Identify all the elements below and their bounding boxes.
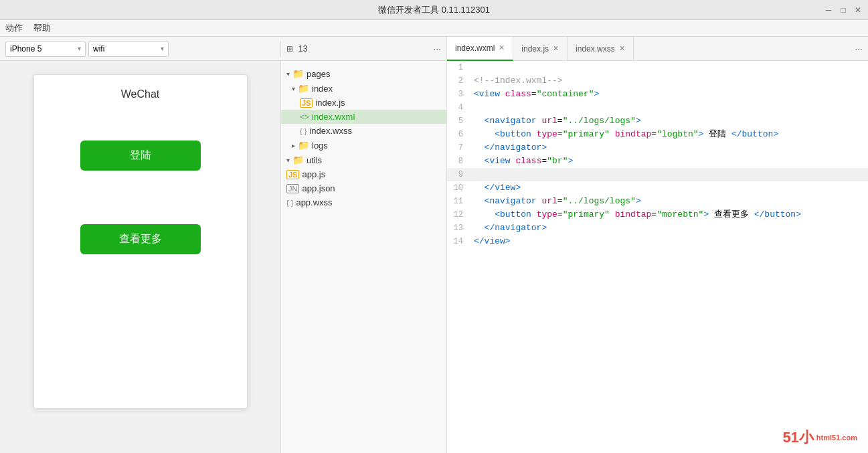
utils-arrow: ▾: [286, 157, 290, 164]
code-line-2: 2 <!--index.wxml-->: [447, 74, 868, 88]
pages-folder-icon: 📁: [292, 68, 304, 79]
tab-wxss-label: index.wxss: [576, 44, 615, 54]
network-arrow: ▾: [161, 45, 164, 52]
phone-header: WeChat: [121, 88, 160, 100]
app-title: 微信开发者工具 0.11.112301: [378, 4, 490, 16]
utils-folder-icon: 📁: [292, 155, 304, 165]
tree-item-app-js[interactable]: JS app.js: [281, 167, 446, 181]
menu-bar: 动作 帮助: [0, 20, 868, 37]
app-json-label: app.json: [302, 183, 335, 193]
code-line-9: 9: [447, 168, 868, 181]
tree-item-utils[interactable]: ▾ 📁 utils: [281, 153, 446, 167]
logs-label: logs: [312, 141, 328, 151]
window-controls: ─ □ ✕: [824, 5, 863, 15]
code-line-14: 14 </view>: [447, 235, 868, 248]
title-bar: 微信开发者工具 0.11.112301 ─ □ ✕: [0, 0, 868, 20]
pages-arrow: ▾: [286, 70, 290, 78]
tab-js-label: index.js: [521, 44, 549, 54]
app-wxss-label: app.wxss: [296, 197, 332, 207]
network-selector[interactable]: wifi ▾: [88, 41, 169, 57]
toolbar-left: iPhone 5 ▾ wifi ▾: [0, 41, 281, 57]
code-line-11: 11 <navigator url="../logs/logs">: [447, 195, 868, 208]
main-content: WeChat 登陆 查看更多 ▾ 📁 pages ▾ 📁 index JS in…: [0, 61, 868, 453]
tree-item-pages[interactable]: ▾ 📁 pages: [281, 66, 446, 81]
tree-item-index-wxml[interactable]: <> index.wxml: [281, 110, 446, 124]
tab-js-close[interactable]: ✕: [553, 44, 559, 53]
index-folder-icon: 📁: [298, 83, 309, 94]
network-value: wifi: [93, 44, 104, 54]
code-area[interactable]: 1 2 <!--index.wxml--> 3 <view class="con…: [447, 61, 868, 453]
more-button[interactable]: 查看更多: [80, 224, 201, 254]
code-line-4: 4: [447, 101, 868, 114]
tree-item-index-folder[interactable]: ▾ 📁 index: [281, 81, 446, 96]
tab-index-wxml[interactable]: index.wxml ✕: [447, 37, 513, 61]
phone-frame: WeChat 登陆 查看更多: [33, 74, 248, 409]
device-selector[interactable]: iPhone 5 ▾: [5, 41, 86, 57]
device-arrow: ▾: [78, 45, 81, 52]
app-js-icon: JS: [286, 170, 299, 179]
tab-wxml-label: index.wxml: [455, 43, 495, 53]
watermark-label: html51.com: [816, 434, 857, 442]
close-button[interactable]: ✕: [853, 5, 863, 15]
logs-folder-icon: 📁: [298, 140, 309, 151]
device-value: iPhone 5: [10, 44, 41, 54]
menu-action[interactable]: 动作: [5, 22, 23, 34]
file-tree-panel: ▾ 📁 pages ▾ 📁 index JS index.js <> index…: [281, 61, 447, 453]
wxss-file-icon: { }: [300, 127, 307, 135]
index-js-label: index.js: [315, 98, 345, 108]
app-js-label: app.js: [302, 169, 325, 179]
toolbar-more-button[interactable]: ···: [433, 43, 441, 54]
code-line-10: 10 </view>: [447, 181, 868, 195]
tree-item-app-json[interactable]: JN app.json: [281, 181, 446, 195]
tab-index-js[interactable]: index.js ✕: [513, 37, 568, 61]
simulator-panel: WeChat 登陆 查看更多: [0, 61, 281, 453]
code-line-6: 6 <button type="primary" bindtap="logbtn…: [447, 128, 868, 141]
tree-item-index-wxss[interactable]: { } index.wxss: [281, 124, 446, 138]
logs-arrow: ▸: [292, 142, 295, 149]
tab-more-button[interactable]: ···: [849, 43, 868, 54]
login-button[interactable]: 登陆: [80, 141, 201, 171]
js-file-icon: JS: [300, 98, 313, 108]
menu-help[interactable]: 帮助: [33, 22, 51, 34]
watermark-logo: 51小: [782, 428, 813, 448]
index-wxss-label: index.wxss: [309, 126, 352, 136]
tab-wxml-close[interactable]: ✕: [499, 43, 505, 52]
compile-icon: ⊞: [286, 44, 293, 54]
code-line-12: 12 <button type="primary" bindtap="moreb…: [447, 208, 868, 221]
tab-index-wxss[interactable]: index.wxss ✕: [568, 37, 634, 61]
watermark: 51小 html51.com: [782, 428, 857, 448]
index-folder-arrow: ▾: [292, 85, 295, 92]
line-count: 13: [298, 44, 307, 54]
toolbar-middle: ⊞ 13 ···: [281, 37, 447, 60]
pages-label: pages: [307, 69, 330, 79]
tree-item-index-js[interactable]: JS index.js: [281, 96, 446, 110]
watermark-text: html51.com: [816, 434, 857, 442]
maximize-button[interactable]: □: [839, 5, 848, 15]
editor-tabs: index.wxml ✕ index.js ✕ index.wxss ✕ ···: [447, 37, 868, 61]
utils-label: utils: [307, 155, 322, 165]
toolbar: iPhone 5 ▾ wifi ▾ ⊞ 13 ··· index.wxml ✕ …: [0, 37, 868, 61]
code-line-1: 1: [447, 61, 868, 74]
code-line-5: 5 <navigator url="../logs/logs">: [447, 114, 868, 128]
tab-wxss-close[interactable]: ✕: [619, 44, 625, 53]
code-line-8: 8 <view class="br">: [447, 155, 868, 168]
app-wxss-icon: { }: [286, 199, 293, 207]
code-editor-panel[interactable]: 1 2 <!--index.wxml--> 3 <view class="con…: [447, 61, 868, 453]
wxml-file-icon: <>: [300, 112, 309, 122]
tree-item-logs[interactable]: ▸ 📁 logs: [281, 138, 446, 153]
tree-item-app-wxss[interactable]: { } app.wxss: [281, 195, 446, 209]
code-line-7: 7 </navigator>: [447, 141, 868, 155]
code-line-13: 13 </navigator>: [447, 221, 868, 235]
minimize-button[interactable]: ─: [824, 5, 833, 15]
code-line-3: 3 <view class="container">: [447, 88, 868, 101]
index-folder-label: index: [312, 84, 333, 94]
index-wxml-label: index.wxml: [312, 112, 355, 122]
app-json-icon: JN: [286, 184, 299, 193]
